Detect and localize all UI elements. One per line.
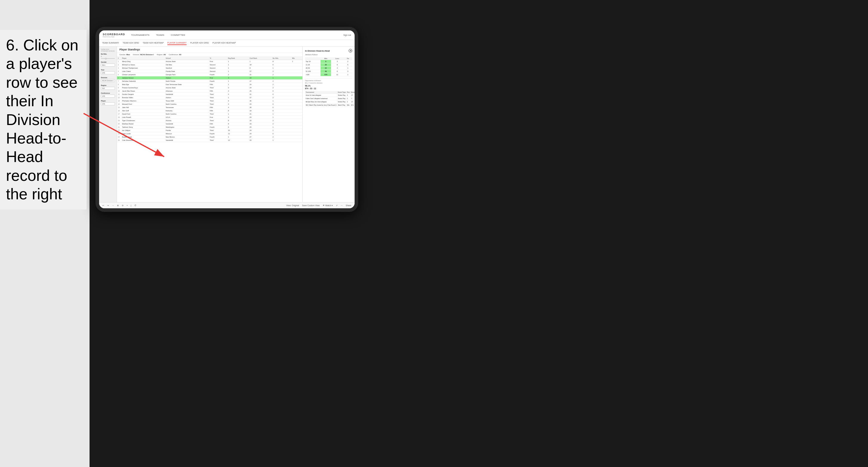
row-yr: Third	[209, 113, 227, 116]
zoom-in-btn[interactable]: ⊕	[116, 204, 120, 207]
row-reg-rank: 4	[227, 106, 249, 109]
export-btn[interactable]: ↗	[335, 204, 339, 207]
table-row[interactable]: 25 Cole Sherwood Vanderbilt Third 12 23 …	[117, 139, 302, 142]
subnav-player-h2h-heatmap[interactable]: PLAYER H2H HEATMAP	[213, 41, 236, 45]
h2h-tie: 1	[344, 73, 352, 76]
nav-sign-out[interactable]: Sign out	[343, 34, 351, 36]
row-player: Christo Lamprecht	[121, 73, 165, 76]
row-conf-rank: 21	[249, 113, 272, 116]
tournament-type: Stroke Play	[337, 97, 346, 100]
subnav-player-h2h-grid[interactable]: PLAYER H2H GRID	[190, 41, 209, 45]
table-row[interactable]: 1 Wenyi Ding Arizona State First 1 1 8 1	[117, 60, 302, 63]
subnav-player-summary[interactable]: PLAYER SUMMARY	[167, 41, 187, 45]
row-reg-rank: 1	[227, 113, 249, 116]
subnav-team-summary[interactable]: TEAM SUMMARY	[102, 41, 119, 45]
table-row[interactable]: 19 Tiger Christensen Arizona Third 8 23 …	[117, 119, 302, 122]
table-row[interactable]: 2 Michael La Sasso Ole Miss Second 1 18 …	[117, 63, 302, 66]
row-reg-rank: 1	[227, 135, 249, 139]
row-win	[291, 122, 302, 126]
forward-btn[interactable]: →	[111, 204, 115, 207]
table-row[interactable]: 6 Jackson Koivun Auburn First 3 23 1	[117, 76, 302, 80]
row-num: 12	[117, 96, 121, 99]
undo-btn[interactable]: ↩	[101, 204, 105, 207]
table-row[interactable]: 23 Jack Lundin Missouri Fourth 11 24 0	[117, 132, 302, 135]
row-player: Jackson Koivun	[121, 76, 165, 80]
nav-tournaments[interactable]: TOURNAMENTS	[130, 33, 151, 37]
row-num: 25	[117, 139, 121, 142]
row-school: North Carolina	[165, 103, 209, 106]
main-content: Update time: 27/03/2024 16:56:26 No Rds.…	[99, 46, 354, 202]
row-conf-rank: 23	[249, 119, 272, 122]
table-row[interactable]: 12 Brendan Valles Auburn Third 1 27 2	[117, 96, 302, 99]
h2h-tie: 2	[344, 60, 352, 63]
row-rds: 2	[272, 83, 291, 86]
nav-committee[interactable]: COMMITTEE	[169, 33, 186, 37]
nav-teams[interactable]: TEAMS	[155, 33, 166, 37]
close-button[interactable]: ✕	[349, 49, 352, 53]
row-rds: 2	[272, 122, 291, 126]
row-rds: 0	[272, 63, 291, 66]
table-row[interactable]: 16 Alex Goff Kentucky Fifth 8 19 0	[117, 109, 302, 113]
row-reg-rank: 11	[227, 132, 249, 135]
h2h-label: 11-25	[305, 63, 320, 66]
timer-btn[interactable]: ⏱	[133, 204, 137, 207]
table-row[interactable]: 15 Jake Hall Tennessee Fifth 4 28 0	[117, 106, 302, 109]
table-row[interactable]: 9 Preston Summerhays Arizona State Third…	[117, 86, 302, 90]
row-rds: 1	[272, 113, 291, 116]
row-school: Arkansas	[165, 90, 209, 93]
redo-btn[interactable]: ↪	[106, 204, 110, 207]
table-row[interactable]: 20 Matthew Riedel Vanderbilt Fifth 8 23 …	[117, 122, 302, 126]
row-school: Vanderbilt	[165, 93, 209, 96]
table-row[interactable]: 13 Phichaksn Maichon Texas A&M Third 6 3…	[117, 99, 302, 103]
row-win	[291, 106, 302, 109]
center-area: Player Standings Gender: Men Division: N…	[117, 46, 302, 202]
table-row[interactable]: 7 Nicholas Gabrelcik North Florida Fourt…	[117, 80, 302, 83]
row-conf-rank: 25	[249, 90, 272, 93]
row-conf-rank: 23	[249, 139, 272, 142]
player-filter: Player (All)	[101, 100, 115, 105]
add-btn[interactable]: +	[126, 204, 129, 207]
subnav-team-h2h-grid[interactable]: TEAM H2H GRID	[123, 41, 139, 45]
more-btn[interactable]: ⋯	[340, 204, 344, 207]
row-yr: Fourth	[209, 126, 227, 129]
row-num: 18	[117, 116, 121, 119]
col-rank: #	[117, 57, 121, 60]
h2h-loss: 3	[331, 60, 344, 63]
row-rds: 2	[272, 96, 291, 99]
table-row[interactable]: 24 Bastien Amat New Mexico Fourth 1 27 2	[117, 135, 302, 139]
h2h-panel: In Division Head-to-Head ✕ Jackson Koivu…	[302, 46, 354, 202]
table-row[interactable]: 4 Luke Claton Florida State Second 1 27 …	[117, 70, 302, 73]
pct-value: 98.1%	[305, 85, 352, 87]
row-yr: Fifth	[209, 83, 227, 86]
nav-bar: SCOREBOARD Powered by clippi TOURNAMENTS…	[99, 30, 354, 40]
row-num: 23	[117, 132, 121, 135]
row-player: Michael La Sasso	[121, 63, 165, 66]
table-row[interactable]: 18 Luke Powell UCLA First 4 24 1	[117, 116, 302, 119]
table-row[interactable]: 14 Maxwell Ford North Carolina Third 3 2…	[117, 103, 302, 106]
table-row[interactable]: 5 Christo Lamprecht Georgia Tech Fourth …	[117, 73, 302, 76]
row-yr: Third	[209, 103, 227, 106]
subnav-team-h2h-heatmap[interactable]: TEAM H2H HEATMAP	[143, 41, 164, 45]
table-row[interactable]: 22 Ian Gilligan Florida Third 10 24 1	[117, 129, 302, 132]
save-custom-btn[interactable]: Save Custom View	[301, 204, 320, 207]
table-row[interactable]: 11 Gordon Sargent Vanderbilt Third 4 21 …	[117, 93, 302, 96]
h2h-win: 46	[320, 70, 331, 73]
table-row[interactable]: 10 Jacob Mac Diwan Arkansas Fifth 3 25 0	[117, 90, 302, 93]
zoom-out-btn[interactable]: ⊖	[121, 204, 124, 207]
row-yr: Third	[209, 119, 227, 122]
table-row[interactable]: 21 Taehoon Song Washington Fourth 6 23 1	[117, 126, 302, 129]
row-player: Bastien Amat	[121, 135, 165, 139]
row-yr: Third	[209, 96, 227, 99]
table-row[interactable]: 3 Michael Thorbjornsen Stanford Second 1…	[117, 66, 302, 70]
h2h-divider	[305, 78, 352, 79]
table-row[interactable]: 17 David Ford North Carolina Third 1 21 …	[117, 113, 302, 116]
view-original-btn[interactable]: View: Original	[285, 204, 300, 207]
row-yr: Third	[209, 99, 227, 103]
table-row[interactable]: 8 Mats Ege East Tennessee State Fifth 1 …	[117, 83, 302, 86]
watch-btn[interactable]: 👁 Watch ▾	[322, 204, 334, 207]
row-player: Phichaksn Maichon	[121, 99, 165, 103]
row-yr: Third	[209, 129, 227, 132]
row-conf-rank: 24	[249, 132, 272, 135]
share-btn[interactable]: Share	[345, 204, 352, 207]
row-rds: 2	[272, 80, 291, 83]
